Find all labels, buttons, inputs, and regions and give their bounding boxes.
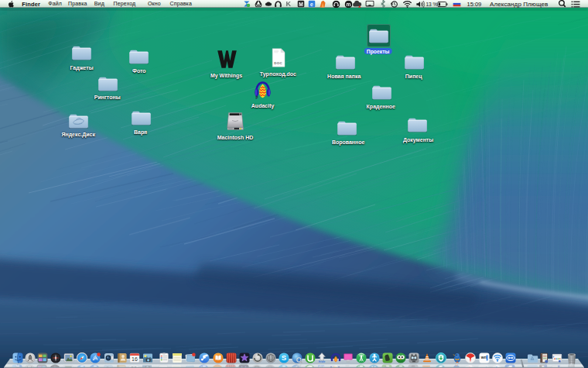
svg-text:DOC: DOC [274,61,282,65]
svg-text:wri: wri [480,355,487,359]
svg-text:e: e [310,2,313,7]
svg-text:M: M [299,2,303,7]
svg-text:hide: hide [318,364,325,367]
svg-text:16: 16 [131,365,137,367]
svg-text:hide: hide [319,359,326,363]
svg-text:m: m [346,1,350,6]
svg-text:16: 16 [132,356,138,362]
svg-text:S: S [282,353,286,362]
svg-text:P: P [255,96,258,100]
